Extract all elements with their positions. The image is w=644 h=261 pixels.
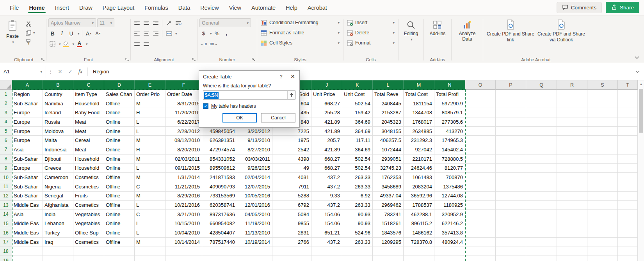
cell-S15[interactable] [587,219,618,229]
cell-G5[interactable]: 459845054 [202,127,237,136]
cell-M3[interactable]: 1344708 [404,108,434,117]
cell-H11[interactable]: 12/07/2015 [237,182,272,192]
create-pdf-share-outlook-button[interactable]: Create PDF and Share via Outlook [537,18,585,43]
cell-K4[interactable]: 364.69 [342,117,373,127]
cell-T17[interactable] [618,238,638,247]
cell-J3[interactable]: 255.28 [311,108,342,117]
cell-I18[interactable] [272,247,311,256]
cell-L2[interactable]: 2408445 [373,99,404,108]
tab-file[interactable]: File [5,0,24,15]
tab-page-layout[interactable]: Page Layout [98,0,139,15]
column-header-P[interactable]: P [496,80,526,90]
cell-R16[interactable] [557,228,587,238]
cell-O4[interactable] [465,117,496,127]
cell-T18[interactable] [618,247,638,256]
cell-C12[interactable]: Fruits [73,192,104,201]
cell-A18[interactable] [12,247,43,256]
cell-F3[interactable]: 11/20/2010 [165,108,202,117]
cell-M9[interactable]: 24624.46 [404,164,434,173]
increase-indent-button[interactable] [142,40,150,48]
align-left-button[interactable] [133,29,141,38]
cell-E15[interactable]: L [135,219,165,229]
cell-Q14[interactable] [526,210,557,219]
column-header-E[interactable]: E [135,80,165,90]
cell-Q19[interactable] [526,256,557,261]
cancel-entry-button[interactable]: ✕ [55,69,65,75]
cell-F10[interactable]: 1/31/2014 [165,173,202,182]
merge-center-button[interactable] [165,29,173,38]
cell-A16[interactable]: Middle Eas [12,228,43,238]
cell-O1[interactable] [465,90,496,99]
cell-K18[interactable] [342,247,373,256]
cell-H9[interactable]: 9/26/2015 [237,164,272,173]
cell-B12[interactable]: Senegal [43,192,73,201]
cell-E7[interactable]: H [135,145,165,154]
cell-B14[interactable]: India [43,210,73,219]
cell-A14[interactable]: Asia [12,210,43,219]
row-header-15[interactable]: 15 [0,219,12,229]
cell-S4[interactable] [587,117,618,127]
insert-cells-button[interactable]: Insert ▾ [345,18,396,28]
cell-I15[interactable]: 9855 [272,219,311,229]
font-size-combo[interactable]: 11▾ [97,18,114,27]
number-dialog-launcher[interactable] [251,57,256,62]
cell-G13[interactable]: 620358741 [202,201,237,210]
cell-P1[interactable] [496,90,526,99]
cell-A6[interactable]: Europe [12,136,43,145]
row-header-5[interactable]: 5 [0,127,12,136]
cell-O13[interactable] [465,201,496,210]
cell-T11[interactable] [618,182,638,192]
tab-help[interactable]: Help [281,0,302,15]
cell-J5[interactable]: 421.89 [311,127,342,136]
delete-cells-button[interactable]: Delete ▾ [345,28,396,38]
cell-L13[interactable]: 2969462 [373,201,404,210]
cell-I6[interactable]: 1975 [272,136,311,145]
format-cells-button[interactable]: Format ▾ [345,38,396,48]
cell-E5[interactable]: L [135,127,165,136]
cell-M13[interactable]: 1788537 [404,201,434,210]
cell-Q10[interactable] [526,173,557,182]
column-header-T[interactable]: T [618,80,638,90]
cell-M16[interactable]: 1486162 [404,228,434,238]
dialog-close-button[interactable]: ✕ [286,71,299,82]
cell-I16[interactable]: 2831 [272,228,311,238]
cell-J10[interactable]: 437.2 [311,173,342,182]
cell-N18[interactable] [434,247,465,256]
cell-P19[interactable] [496,256,526,261]
cell-K1[interactable]: Unit Cost [342,90,373,99]
cell-A11[interactable]: Sub-Sahar [12,182,43,192]
cell-L14[interactable]: 783241 [373,210,404,219]
cell-C10[interactable]: Cosmetics [73,173,104,182]
cell-B9[interactable]: Greece [43,164,73,173]
cell-T9[interactable] [618,164,638,173]
cell-S1[interactable] [587,90,618,99]
cell-D8[interactable]: Online [104,154,135,164]
format-as-table-dropdown-arrow[interactable]: ▾ [338,31,340,35]
cell-N3[interactable]: 808579.1 [434,108,465,117]
column-header-O[interactable]: O [465,80,496,90]
cell-D7[interactable]: Online [104,145,135,154]
cell-R3[interactable] [557,108,587,117]
borders-dropdown-arrow[interactable]: ▾ [59,42,61,46]
cell-C9[interactable]: Household [73,164,104,173]
format-as-table-button[interactable]: Format as Table ▾ [259,28,341,38]
cell-S14[interactable] [587,210,618,219]
delete-dropdown-arrow[interactable]: ▾ [393,31,395,35]
percent-style-button[interactable]: % [213,29,221,38]
fill-color-button[interactable] [62,40,70,48]
cell-P9[interactable] [496,164,526,173]
cell-T3[interactable] [618,108,638,117]
cell-L9[interactable]: 32745.23 [373,164,404,173]
row-header-18[interactable]: 18 [0,247,12,256]
cell-B13[interactable]: Afghanista [43,201,73,210]
cell-M10[interactable]: 1061483 [404,173,434,182]
cell-B2[interactable]: Namibia [43,99,73,108]
cell-H19[interactable] [237,256,272,261]
addins-button[interactable]: Add-ins [426,18,449,36]
cell-S12[interactable] [587,192,618,201]
cell-styles-dropdown-arrow[interactable]: ▾ [338,41,340,45]
orientation-button[interactable] [165,19,173,27]
cell-G17[interactable]: 787517440 [202,238,237,247]
cell-C5[interactable]: Meat [73,127,104,136]
tab-acrobat[interactable]: Acrobat [302,0,332,15]
